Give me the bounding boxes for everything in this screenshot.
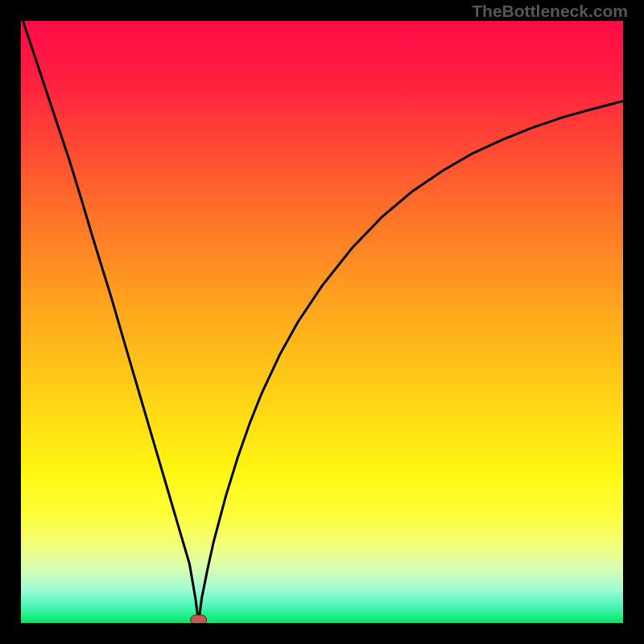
minimum-marker — [191, 615, 207, 623]
chart-svg — [21, 21, 623, 623]
gradient-background — [21, 21, 623, 623]
attribution-text: TheBottleneck.com — [472, 2, 628, 21]
chart-plot-area — [21, 21, 623, 623]
